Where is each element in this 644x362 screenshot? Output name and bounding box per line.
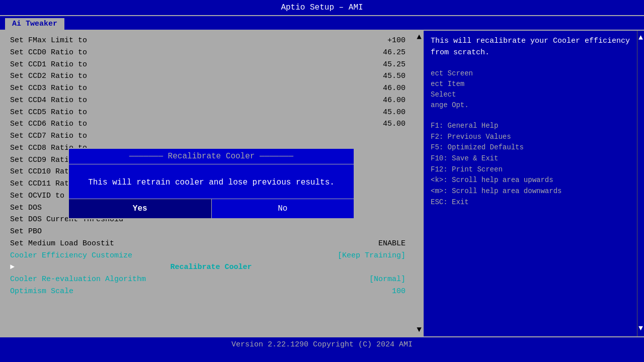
- app-title: Aptio Setup – AMI: [281, 3, 363, 12]
- right-panel: This will recalibrate your Cooler effici…: [423, 31, 644, 336]
- list-item[interactable]: Set CCD6 Ratio to 45.00: [10, 118, 406, 130]
- left-panel: Set FMax Limit to +100 Set CCD0 Ratio to…: [0, 31, 423, 336]
- key-f10: F10: Save & Exit: [431, 153, 637, 164]
- list-item[interactable]: Set CCD2 Ratio to 45.50: [10, 70, 406, 82]
- key-f1: F1: General Help: [431, 121, 637, 132]
- right-scroll-up[interactable]: ▲: [638, 33, 643, 44]
- recalibrate-cooler-item[interactable]: ► Recalibrate Cooler: [10, 261, 406, 274]
- scroll-up-arrow[interactable]: ▲: [417, 33, 422, 42]
- key-k: <k>: Scroll help area upwards: [431, 175, 637, 186]
- dialog-yes-button[interactable]: Yes: [69, 199, 212, 218]
- dialog-body: This will retrain cooler and lose previo…: [69, 164, 354, 199]
- key-f12: F12: Print Screen: [431, 164, 637, 175]
- list-item[interactable]: Set CCD3 Ratio to 46.00: [10, 82, 406, 95]
- dialog-no-button[interactable]: No: [212, 199, 354, 218]
- key-f5: F5: Optimized Defaults: [431, 142, 637, 153]
- list-item[interactable]: Set CCD7 Ratio to: [10, 130, 406, 142]
- dialog-buttons: Yes No: [69, 199, 354, 218]
- tab-ai-tweaker[interactable]: Ai Tweaker: [5, 18, 64, 30]
- list-item[interactable]: Set PBO: [10, 226, 406, 238]
- key-f2: F2: Previous Values: [431, 132, 637, 143]
- list-item[interactable]: Set CCD1 Ratio to 45.25: [10, 59, 406, 71]
- partial-labels: ect Screen ect Item Select ange Opt.: [431, 68, 637, 111]
- recalibrate-dialog: ——————— Recalibrate Cooler ——————— This …: [68, 148, 355, 219]
- footer: Version 2.22.1290 Copyright (C) 2024 AMI: [0, 336, 644, 351]
- key-m: <m>: Scroll help area downwards: [431, 186, 637, 197]
- right-scroll-down[interactable]: ▼: [638, 323, 643, 335]
- main-content: Set FMax Limit to +100 Set CCD0 Ratio to…: [0, 31, 644, 336]
- optimism-scale-item[interactable]: Optimism Scale 100: [10, 286, 406, 298]
- help-text: This will recalibrate your Cooler effici…: [431, 36, 637, 58]
- list-item[interactable]: Set FMax Limit to +100: [10, 35, 406, 47]
- list-item[interactable]: Set CCD5 Ratio to 45.00: [10, 107, 406, 119]
- list-item[interactable]: Set Medium Load Boostit ENABLE: [10, 238, 406, 250]
- cooler-re-evaluation-item[interactable]: Cooler Re-evaluation Algorithm [Normal]: [10, 274, 406, 286]
- scroll-down-arrow[interactable]: ▼: [417, 325, 422, 334]
- tab-bar: Ai Tweaker: [0, 16, 644, 31]
- key-help-section: F1: General Help F2: Previous Values F5:…: [431, 121, 637, 208]
- list-item[interactable]: Set CCD4 Ratio to 46.00: [10, 95, 406, 107]
- dialog-title: ——————— Recalibrate Cooler ———————: [69, 149, 354, 164]
- list-item[interactable]: Set CCD0 Ratio to 46.25: [10, 47, 406, 59]
- title-bar: Aptio Setup – AMI: [0, 0, 644, 16]
- left-scrollbar: ▲ ▼: [416, 31, 423, 336]
- key-esc: ESC: Exit: [431, 197, 637, 208]
- right-scrollbar: ▲ ▼: [637, 31, 644, 336]
- cooler-efficiency-item[interactable]: Cooler Efficiency Customize [Keep Traini…: [10, 250, 406, 262]
